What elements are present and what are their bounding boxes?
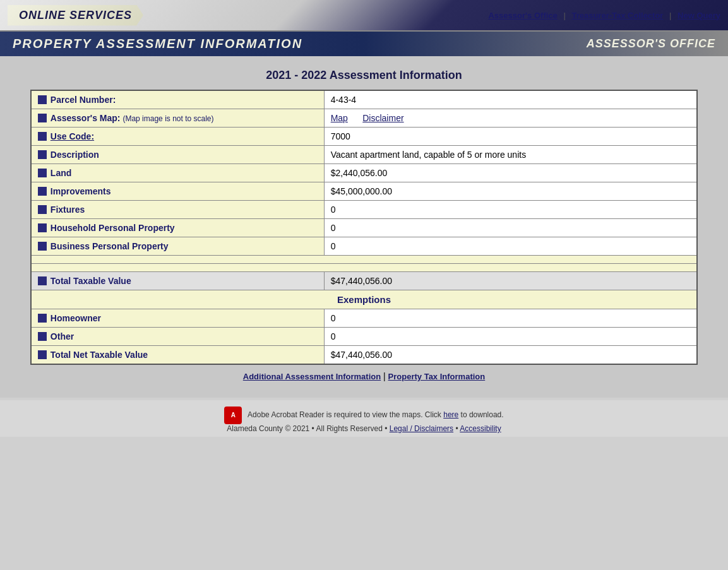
copyright-row: Alameda County © 2021 • All Rights Reser… — [0, 424, 728, 433]
table-row: Description Vacant apartment land, capab… — [31, 146, 697, 164]
table-row: Assessor's Map: (Map image is not to sca… — [31, 109, 697, 128]
row-icon — [38, 132, 47, 141]
map-link[interactable]: Map — [331, 113, 348, 123]
row-icon — [38, 187, 47, 196]
use-code-label: Use Code: — [31, 128, 324, 146]
parcel-label-text: Parcel Number: — [51, 95, 116, 105]
assessor-office-link[interactable]: Assessor's Office — [488, 11, 557, 20]
nav-links: Assessor's Office | Treasurer-Tax Collec… — [488, 11, 720, 20]
homeowner-label: Homeowner — [31, 309, 324, 328]
treasurer-tax-collector-link[interactable]: Treasurer-Tax Collector — [571, 11, 663, 20]
exemptions-header: Exemptions — [31, 290, 697, 309]
header-banner: Property Assessment Information Assessor… — [0, 32, 728, 56]
other-label-text: Other — [51, 331, 74, 341]
other-label: Other — [31, 328, 324, 346]
table-row: Use Code: 7000 — [31, 128, 697, 146]
total-taxable-label: Total Taxable Value — [31, 272, 324, 290]
table-row: Parcel Number: 4-43-4 — [31, 90, 697, 109]
row-icon — [38, 223, 47, 232]
use-code-value: 7000 — [324, 128, 697, 146]
table-row: Household Personal Property 0 — [31, 219, 697, 237]
business-value: 0 — [324, 237, 697, 256]
copyright-bullet: • — [455, 424, 458, 433]
adobe-row: A Adobe Acrobat Reader is required to vi… — [0, 407, 728, 424]
disclaimer-link[interactable]: Disclaimer — [362, 113, 403, 123]
nav-separator-1: | — [563, 11, 565, 20]
nav-separator-2: | — [669, 11, 671, 20]
household-label-text: Household Personal Property — [51, 223, 175, 233]
table-row: Improvements $45,000,000.00 — [31, 182, 697, 201]
online-services-logo: ONLINE SERVICES — [8, 5, 143, 26]
improvements-value: $45,000,000.00 — [324, 182, 697, 201]
top-nav: ONLINE SERVICES Assessor's Office | Trea… — [0, 0, 728, 32]
parcel-value: 4-43-4 — [324, 90, 697, 109]
household-label: Household Personal Property — [31, 219, 324, 237]
empty-row-1 — [31, 256, 697, 264]
footer-separator: | — [383, 371, 388, 381]
improvements-label: Improvements — [31, 182, 324, 201]
other-value: 0 — [324, 328, 697, 346]
table-row: Business Personal Property 0 — [31, 237, 697, 256]
banner-office: Assessor's Office — [587, 37, 715, 50]
row-icon — [38, 95, 47, 104]
legal-disclaimers-link[interactable]: Legal / Disclaimers — [390, 424, 453, 433]
total-net-value: $47,440,056.00 — [324, 346, 697, 365]
additional-assessment-link[interactable]: Additional Assessment Information — [243, 372, 381, 381]
row-icon — [38, 205, 47, 214]
table-row: Homeowner 0 — [31, 309, 697, 328]
land-value: $2,440,056.00 — [324, 164, 697, 182]
total-taxable-value: $47,440,056.00 — [324, 272, 697, 290]
household-value: 0 — [324, 219, 697, 237]
adobe-text: Adobe Acrobat Reader is required to view… — [248, 410, 441, 419]
row-icon — [38, 276, 47, 285]
table-row: Land $2,440,056.00 — [31, 164, 697, 182]
new-query-link[interactable]: New Query — [677, 11, 720, 20]
description-value: Vacant apartment land, capable of 5 or m… — [324, 146, 697, 164]
homeowner-value: 0 — [324, 309, 697, 328]
adobe-here-link[interactable]: here — [443, 410, 458, 419]
total-net-label: Total Net Taxable Value — [31, 346, 324, 365]
total-net-label-text: Total Net Taxable Value — [51, 350, 148, 360]
row-icon — [38, 114, 47, 122]
improvements-label-text: Improvements — [51, 186, 111, 196]
fixtures-label-text: Fixtures — [51, 205, 85, 215]
page-title: 2021 - 2022 Assessment Information — [13, 62, 715, 90]
copyright-text: Alameda County © 2021 • All Rights Reser… — [227, 424, 387, 433]
property-tax-info-link[interactable]: Property Tax Information — [388, 372, 486, 381]
business-label: Business Personal Property — [31, 237, 324, 256]
exemptions-header-row: Exemptions — [31, 290, 697, 309]
row-icon — [38, 169, 47, 177]
row-icon — [38, 314, 47, 323]
assessors-map-value: Map Disclaimer — [324, 109, 697, 128]
assessors-map-label-text: Assessor's Map: (Map image is not to sca… — [51, 113, 214, 123]
footer-links: Additional Assessment Information | Prop… — [13, 365, 715, 385]
table-row: Fixtures 0 — [31, 201, 697, 219]
assessment-table: Parcel Number: 4-43-4 Assessor's Map: (M… — [30, 90, 698, 365]
description-label-text: Description — [51, 150, 99, 160]
total-taxable-row: Total Taxable Value $47,440,056.00 — [31, 272, 697, 290]
total-net-row: Total Net Taxable Value $47,440,056.00 — [31, 346, 697, 365]
row-icon — [38, 332, 47, 341]
footer-copyright: A Adobe Acrobat Reader is required to vi… — [0, 400, 728, 437]
total-taxable-label-text: Total Taxable Value — [51, 276, 131, 286]
empty-row-2 — [31, 264, 697, 272]
accessibility-link[interactable]: Accessibility — [460, 424, 501, 433]
adobe-suffix: to download. — [461, 410, 504, 419]
row-icon — [38, 350, 47, 359]
assessors-map-label: Assessor's Map: (Map image is not to sca… — [31, 109, 324, 128]
table-row: Other 0 — [31, 328, 697, 346]
homeowner-label-text: Homeowner — [51, 313, 101, 323]
parcel-label: Parcel Number: — [31, 90, 324, 109]
business-label-text: Business Personal Property — [51, 241, 169, 251]
row-icon — [38, 242, 47, 251]
land-label-text: Land — [51, 168, 71, 178]
use-code-link[interactable]: Use Code: — [51, 131, 94, 141]
adobe-icon: A — [224, 407, 242, 424]
banner-title: Property Assessment Information — [13, 37, 302, 51]
fixtures-value: 0 — [324, 201, 697, 219]
row-icon — [38, 150, 47, 159]
main-content: 2021 - 2022 Assessment Information Parce… — [0, 56, 728, 398]
description-label: Description — [31, 146, 324, 164]
land-label: Land — [31, 164, 324, 182]
fixtures-label: Fixtures — [31, 201, 324, 219]
